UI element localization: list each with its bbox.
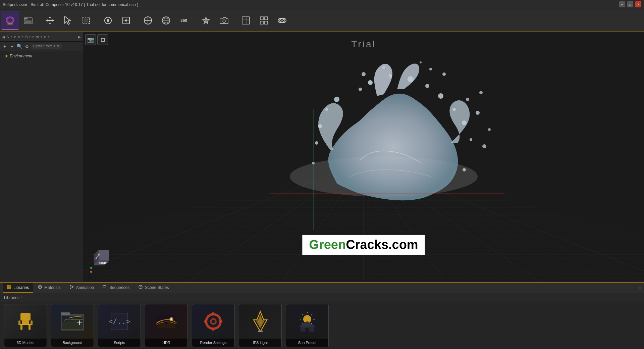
scene-states-tab-icon — [138, 285, 143, 290]
svg-point-64 — [442, 72, 446, 76]
tab-scene-states[interactable]: Scene States — [134, 283, 173, 293]
viewport-3d[interactable]: 📷 ⊡ Trial — [83, 32, 644, 282]
title-bar: Softpedia.sim - SimLab Composer 10 v10.1… — [0, 0, 644, 9]
svg-rect-4 — [24, 18, 28, 19]
toolbar-snap-button[interactable] — [99, 11, 117, 30]
svg-marker-87 — [70, 285, 73, 289]
toolbar-open-button[interactable] — [19, 11, 37, 30]
svg-point-48 — [325, 108, 328, 111]
toolbar-camera-button[interactable] — [215, 11, 233, 30]
greencracks-overlay: GreenCracks.com — [302, 235, 425, 255]
library-card-hdr[interactable]: HDR — [145, 304, 188, 347]
settings-button[interactable]: ⚙ — [23, 43, 30, 50]
svg-rect-92 — [20, 313, 31, 320]
toolbar-effects-button[interactable] — [197, 11, 215, 30]
svg-point-44 — [283, 19, 285, 21]
add-item-button[interactable]: + — [1, 43, 8, 50]
background-label: Background — [51, 339, 94, 347]
dropdown-arrow: ▼ — [56, 44, 60, 48]
library-card-background[interactable]: Background — [51, 304, 94, 347]
svg-point-63 — [429, 68, 432, 70]
svg-point-53 — [408, 76, 414, 82]
title-bar-text: Softpedia.sim - SimLab Composer 10 v10.1… — [3, 2, 641, 7]
breadcrumb-separator: / — [21, 295, 22, 300]
toolbar-vr-button[interactable] — [273, 11, 291, 30]
lights-portals-label: Lights / Portals — [33, 44, 55, 48]
svg-point-65 — [420, 61, 422, 63]
minimize-button[interactable]: − — [619, 1, 625, 7]
search-button[interactable]: 🔍 — [16, 43, 23, 50]
viewport-toolbar: 📷 ⊡ — [85, 34, 108, 45]
svg-rect-38 — [260, 17, 263, 20]
toolbar-separator-3 — [137, 12, 137, 29]
svg-rect-115 — [212, 312, 214, 315]
animation-tab-icon — [69, 285, 74, 290]
svg-rect-39 — [265, 17, 268, 20]
tab-libraries[interactable]: Libraries — [3, 283, 33, 293]
toolbar-region-button[interactable] — [77, 11, 95, 30]
tab-sequences[interactable]: Sequences — [99, 283, 133, 293]
3dmodels-label: 3D Models — [4, 339, 47, 347]
library-card-3dmodels[interactable]: 3D Models — [4, 304, 47, 347]
bottom-panel: Libraries Materials Animation Sequences … — [0, 282, 644, 349]
libraries-tab-icon — [7, 285, 11, 290]
background-icon — [51, 304, 94, 339]
svg-point-34 — [223, 20, 225, 22]
tree-item-environment[interactable]: ★ Environment — [0, 52, 83, 60]
toolbar-select-button[interactable] — [59, 11, 77, 30]
rendersettings-label: Render Settings — [192, 339, 234, 347]
library-card-rendersettings[interactable]: Render Settings — [192, 304, 235, 347]
close-button[interactable]: ✕ — [635, 1, 641, 7]
viewport-camera-button[interactable]: 📷 — [85, 34, 96, 45]
toolbar-separator-4 — [195, 12, 195, 29]
panel-settings-button[interactable]: ≡ — [639, 285, 641, 291]
scene-browser-expand-right[interactable]: ▶ — [78, 35, 81, 39]
toolbar-360-button[interactable]: 360 — [175, 11, 193, 30]
sequences-tab-icon — [103, 285, 107, 290]
maximize-button[interactable]: □ — [627, 1, 633, 7]
library-card-scripts[interactable]: </..> Scripts — [98, 304, 141, 347]
toolbar-move-button[interactable] — [41, 11, 59, 30]
sunpreset-label: Sun Preset — [286, 339, 328, 347]
region-icon — [81, 15, 92, 26]
toolbar-transform-button[interactable] — [117, 11, 135, 30]
svg-rect-81 — [7, 285, 9, 287]
viewport-maximize-button[interactable]: ⊡ — [97, 34, 108, 45]
svg-point-110 — [170, 318, 172, 320]
window-controls: − □ ✕ — [619, 1, 641, 7]
libraries-tab-label: Libraries — [13, 285, 29, 290]
library-card-ieslight[interactable]: IES Light — [239, 304, 282, 347]
svg-point-1 — [8, 18, 12, 22]
scripts-label: Scripts — [98, 339, 141, 347]
toolbar-compose-button[interactable] — [237, 11, 255, 30]
tab-materials[interactable]: Materials — [34, 283, 65, 293]
scene-tree: ★ Environment — [0, 51, 83, 282]
scene-browser-header: ◀ S c e n e B r o w s e r ▶ — [0, 32, 83, 42]
remove-item-button[interactable]: − — [9, 43, 15, 50]
svg-rect-95 — [29, 325, 31, 330]
svg-marker-12 — [65, 16, 71, 24]
library-card-sunpreset[interactable]: Sun Preset — [286, 304, 329, 347]
scene-browser-collapse-left[interactable]: ◀ — [2, 35, 5, 39]
lights-portals-dropdown[interactable]: Lights / Portals ▼ — [31, 44, 62, 49]
svg-point-59 — [466, 98, 469, 101]
ieslight-label: IES Light — [239, 339, 281, 347]
svg-point-71 — [463, 168, 466, 171]
breadcrumb-libraries[interactable]: Libraries — [4, 295, 19, 300]
move-icon — [45, 15, 55, 26]
ieslight-icon — [239, 304, 281, 339]
toolbar-home-button[interactable] — [1, 11, 19, 30]
svg-marker-11 — [52, 19, 54, 21]
toolbar-globe-button[interactable] — [157, 11, 175, 30]
toolbar-separator-1 — [39, 12, 39, 29]
svg-point-49 — [334, 97, 339, 102]
grid-icon — [259, 15, 269, 26]
compose-icon — [240, 15, 251, 26]
toolbar-material-button[interactable] — [139, 11, 157, 30]
materials-tab-icon — [38, 285, 42, 290]
svg-text:RIGHT: RIGHT — [99, 261, 108, 264]
tab-animation[interactable]: Animation — [65, 283, 98, 293]
select-icon — [63, 15, 73, 26]
toolbar-grid-button[interactable] — [255, 11, 273, 30]
scene-browser-panel: ◀ S c e n e B r o w s e r ▶ + − 🔍 ⚙ Ligh… — [0, 32, 83, 282]
